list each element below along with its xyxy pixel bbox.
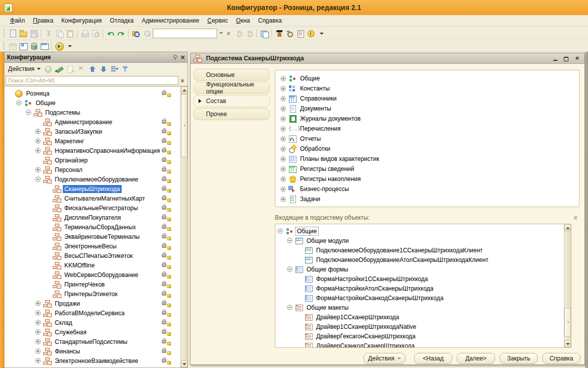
tree-item[interactable]: СтандартныеПодсистемы [5,337,180,346]
edit-button[interactable] [54,64,65,74]
redo-button[interactable] [116,28,126,39]
tree-item[interactable]: Персонал [5,165,180,174]
scroll-down-button[interactable] [564,340,571,347]
tree-item[interactable]: Общие макеты [275,303,563,312]
configuration-table-button[interactable] [39,41,49,51]
tree-item[interactable]: ЭлектронныеВесы [5,241,180,251]
scrollbar-thumb[interactable] [181,94,187,157]
expander-icon[interactable] [280,146,286,152]
tree-item[interactable]: ФормаНастройкиСканкодСканерыШтрихкода [275,293,563,303]
help-button[interactable]: Справка [542,353,580,364]
tree-item[interactable]: ФормаНастройкиАтолСканерыШтрихкода [275,284,563,293]
tree-item[interactable]: Журналы документов [280,114,579,124]
tree-item[interactable]: ЗапасыИЗакупки [5,127,180,136]
global-search-button[interactable] [131,28,141,39]
expander-icon[interactable] [280,197,286,202]
maximize-button[interactable] [562,55,570,62]
print-preview-button[interactable] [90,28,101,39]
expander-icon[interactable] [16,100,22,106]
menu-file[interactable]: Файл [6,16,29,26]
actions-button[interactable]: Действия [363,353,406,364]
scroll-up-button[interactable] [181,86,187,94]
tree-item[interactable]: Администрирование [5,117,180,127]
tree-item[interactable]: ПринтерыЭтикеток [5,289,180,299]
tree-item[interactable]: СканерыШтрихкода [5,184,180,194]
tree-item[interactable]: Общие модули [5,365,180,367]
tree-item[interactable]: Маркетинг [5,136,180,146]
menu-help[interactable]: Справка [254,16,285,26]
toolbar-search-input[interactable] [153,29,217,38]
tab-content[interactable]: Состав [193,95,270,107]
tree-item[interactable]: Общие [275,226,563,236]
tree-item[interactable]: ДрайверСканкодСканерШтрихкода [275,341,563,347]
expander-icon[interactable] [280,86,286,91]
toolbar-overflow-button[interactable] [316,28,327,39]
tree-item[interactable]: Розница [5,88,180,98]
expander-icon[interactable] [35,301,41,306]
tree-item[interactable]: Финансы [5,346,180,356]
expander-icon[interactable] [35,339,41,344]
paste-button[interactable] [64,28,75,39]
copy-button[interactable] [54,28,64,39]
next-button[interactable]: Далее> [457,353,495,364]
tab-main[interactable]: Основные [193,69,270,81]
minimize-button[interactable] [551,55,559,62]
menu-administration[interactable]: Администрирование [138,16,203,26]
database-configuration-button[interactable] [28,41,39,51]
tree-item[interactable]: ЭквайринговыеТерминалы [5,232,180,241]
cut-button[interactable] [43,28,54,39]
pin-icon[interactable] [172,54,177,60]
tab-other[interactable]: Прочее [193,108,270,120]
clear-objects-icon[interactable] [571,214,579,222]
tree-item[interactable]: РаботаВМоделиСервиса [5,308,180,318]
duplicate-button[interactable] [65,64,76,74]
back-button[interactable]: <Назад [414,353,452,364]
undo-button[interactable] [105,28,116,39]
tree-item[interactable]: Справочники [280,94,579,104]
scrollbar-thumb[interactable] [564,308,571,337]
tree-item[interactable]: Планы видов характеристик [280,154,579,164]
tree-item[interactable]: Драйвер1ССканерШтрихкодаNative [275,322,563,331]
expander-icon[interactable] [35,129,41,134]
tree-item[interactable]: Общие модули [275,236,563,245]
tree-item[interactable]: ДисплеиПокупателя [5,213,180,222]
tree-item[interactable]: Отчеты [280,134,579,144]
expander-icon[interactable] [35,348,41,354]
tree-item[interactable]: ПодключаемоеОборудование [5,174,180,184]
tree-item[interactable]: Обработки [280,144,579,154]
expander-icon[interactable] [280,116,286,122]
expander-icon[interactable] [280,166,286,172]
tree-item[interactable]: Драйвер1ССканерШтрихкода [275,312,563,322]
tree-item[interactable]: Бизнес-процессы [280,184,579,194]
find-previous-button[interactable] [233,28,244,39]
print-button[interactable] [79,28,90,39]
tree-item[interactable]: ФормаНастройки1ССканерыШтрихкода [275,274,563,284]
expander-icon[interactable] [35,310,41,316]
expander-icon[interactable] [280,76,286,81]
expander-icon[interactable] [35,167,41,172]
expander-icon[interactable] [287,305,292,310]
tree-item[interactable]: ТерминалыСбораДанных [5,222,180,232]
tree-item[interactable]: Склад [5,318,180,327]
tree-item[interactable]: ПринтерЧеков [5,280,180,289]
toolbar-overflow-button[interactable] [64,41,75,51]
tree-item[interactable]: СчитывателиМагнитныхКарт [5,194,180,203]
configuration-window-button[interactable] [7,41,18,51]
tree-item[interactable]: Продажи [5,299,180,308]
expander-icon[interactable] [280,176,286,182]
expander-icon[interactable] [35,329,41,335]
close-button[interactable] [573,55,581,62]
open-file-button[interactable] [18,28,28,39]
sort-button[interactable] [110,64,120,74]
objects-scrollbar[interactable] [564,224,571,347]
tree-item[interactable]: Общие [280,73,579,83]
tree-item[interactable]: Органайзер [5,155,180,165]
syntax-check-button[interactable] [284,28,295,39]
move-up-button[interactable] [87,64,98,74]
toolbar-grip[interactable] [3,42,5,50]
tree-item[interactable]: KKMOffline [5,260,180,270]
close-icon[interactable] [180,53,185,61]
expander-icon[interactable] [280,106,286,112]
service-info-button[interactable] [306,28,316,39]
move-down-button[interactable] [99,64,109,74]
